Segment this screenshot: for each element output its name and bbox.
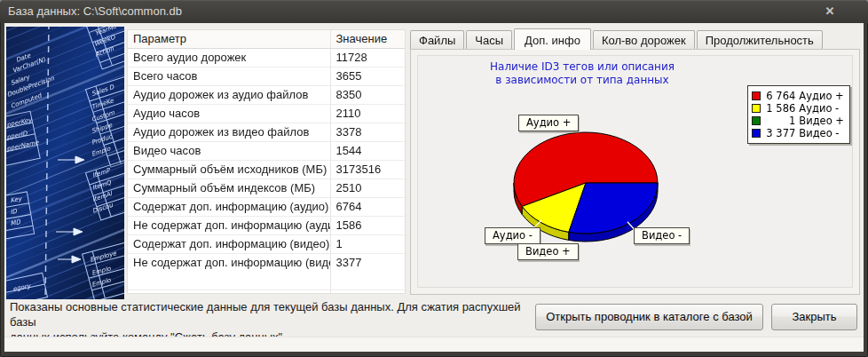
legend-value: 6 764 <box>764 90 795 102</box>
stats-table-body: Всего аудио дорожек11728Всего часов3655А… <box>128 48 405 272</box>
client-area: YearMoWeekOActionDateVarChar(N)SalaryDou… <box>4 23 864 352</box>
value-cell: 6764 <box>330 197 405 216</box>
table-row[interactable]: Суммарный объём индексов (МБ)2510 <box>128 178 405 197</box>
param-cell: Всего часов <box>128 67 330 85</box>
table-row[interactable]: Аудио дорожек из аудио файлов8350 <box>128 85 405 104</box>
tab-bar: ФайлыЧасыДоп. инфоКол-во дорожекПродолжи… <box>410 28 825 49</box>
legend-label: Аудио - <box>799 102 839 115</box>
tab-3[interactable]: Доп. инфо <box>514 28 591 50</box>
table-row[interactable]: Содержат доп. информацию (аудио)6764 <box>128 197 405 216</box>
value-cell: 1586 <box>330 216 405 234</box>
param-cell: Аудио дорожек из аудио файлов <box>128 85 330 104</box>
table-row[interactable]: Аудио дорожек из видео файлов3378 <box>128 123 405 141</box>
chart-area: Наличие ID3 тегов или описания в зависим… <box>417 55 853 288</box>
stats-table: Параметр Значение Всего аудио дорожек117… <box>127 29 406 294</box>
slice-label-video-plus: Видео + <box>517 243 579 260</box>
legend-swatch <box>752 116 761 125</box>
param-cell: Всего аудио дорожек <box>128 48 330 67</box>
table-row[interactable]: Суммарный объём исходников (МБ)3173516 <box>128 160 405 178</box>
tab-1[interactable]: Файлы <box>410 30 464 49</box>
footer-strip <box>4 337 864 352</box>
chart-legend: 6 764Аудио +1 586Аудио -1Видео +3 377Вид… <box>747 85 850 144</box>
param-cell: Содержат доп. информацию (видео) <box>128 234 330 253</box>
value-cell: 1 <box>330 234 405 253</box>
slice-label-video-minus: Видео - <box>634 227 690 244</box>
tab-4[interactable]: Кол-во дорожек <box>593 30 695 49</box>
slice-label-audio-minus: Аудио - <box>485 227 541 244</box>
value-cell: 11728 <box>330 48 405 67</box>
legend-label: Видео - <box>799 127 839 139</box>
close-button[interactable]: Закрыть <box>771 304 857 330</box>
column-header-value[interactable]: Значение <box>330 30 405 48</box>
title-bar[interactable]: База данных: C:\Soft\common.db ✕ <box>0 0 868 23</box>
value-cell: 1544 <box>330 141 405 160</box>
legend-value: 1 <box>764 115 795 127</box>
legend-item-2: 1 586Аудио - <box>752 102 844 114</box>
param-cell: Содержат доп. информацию (аудио) <box>128 197 330 216</box>
value-cell: 3655 <box>330 67 405 85</box>
dialog-window: База данных: C:\Soft\common.db ✕ <box>0 0 868 357</box>
table-row[interactable]: Всего часов3655 <box>128 67 405 85</box>
chart-title: Наличие ID3 тегов или описания в зависим… <box>418 60 746 87</box>
value-cell: 3173516 <box>330 160 405 178</box>
slice-label-audio-plus: Аудио + <box>518 115 579 131</box>
column-header-param[interactable]: Параметр <box>128 30 330 48</box>
window-title: База данных: C:\Soft\common.db <box>8 4 182 18</box>
legend-swatch <box>752 129 761 138</box>
tab-2[interactable]: Часы <box>466 30 512 49</box>
legend-label: Аудио + <box>799 90 843 102</box>
table-row[interactable]: Не содержат доп. информацию (аудио)1586 <box>128 216 405 234</box>
param-cell: Суммарный объём исходников (МБ) <box>128 160 330 178</box>
value-cell: 3378 <box>330 123 405 141</box>
value-cell: 2110 <box>330 104 405 123</box>
table-row[interactable]: Всего аудио дорожек11728 <box>128 48 405 67</box>
table-row[interactable]: Содержат доп. информацию (видео)1 <box>128 234 405 253</box>
legend-swatch <box>752 91 761 100</box>
table-row[interactable]: Не содержат доп. информацию (видео)3377 <box>128 253 405 272</box>
tab-5[interactable]: Продолжительность <box>697 30 823 49</box>
value-cell: 2510 <box>330 178 405 197</box>
value-cell: 8350 <box>330 85 405 104</box>
table-header-row: Параметр Значение <box>128 30 405 48</box>
param-cell: Видео часов <box>128 141 330 160</box>
status-line1: Показаны основные статистические данные … <box>10 299 542 329</box>
chart-title-line1: Наличие ID3 тегов или описания <box>418 60 746 74</box>
legend-label: Видео + <box>799 115 844 127</box>
param-cell: Не содержат доп. информацию (аудио) <box>128 216 330 234</box>
legend-value: 1 586 <box>764 102 795 115</box>
table-row[interactable]: Видео часов1544 <box>128 141 405 160</box>
legend-value: 3 377 <box>764 127 795 139</box>
legend-item-3: 1Видео + <box>752 115 844 126</box>
table-row[interactable]: Аудио часов2110 <box>128 104 405 123</box>
param-cell: Суммарный объём индексов (МБ) <box>128 178 330 197</box>
legend-swatch <box>752 104 761 113</box>
param-cell: Аудио часов <box>128 104 330 123</box>
close-icon[interactable]: ✕ <box>818 3 841 20</box>
open-explorer-button[interactable]: Открыть проводник в каталоге с базой <box>535 304 763 330</box>
legend-item-4: 3 377Видео - <box>752 127 844 139</box>
empty-rows-gridlines <box>128 272 405 293</box>
param-cell: Аудио дорожек из видео файлов <box>128 123 330 141</box>
database-schema-image: YearMoWeekOActionDateVarChar(N)SalaryDou… <box>6 27 124 299</box>
value-cell: 3377 <box>330 253 405 272</box>
legend-item-1: 6 764Аудио + <box>752 90 844 101</box>
chart-title-line2: в зависимости от типа данных <box>418 74 746 87</box>
tab-panel: Наличие ID3 тегов или описания в зависим… <box>410 49 860 295</box>
param-cell: Не содержат доп. информацию (видео) <box>128 253 330 272</box>
